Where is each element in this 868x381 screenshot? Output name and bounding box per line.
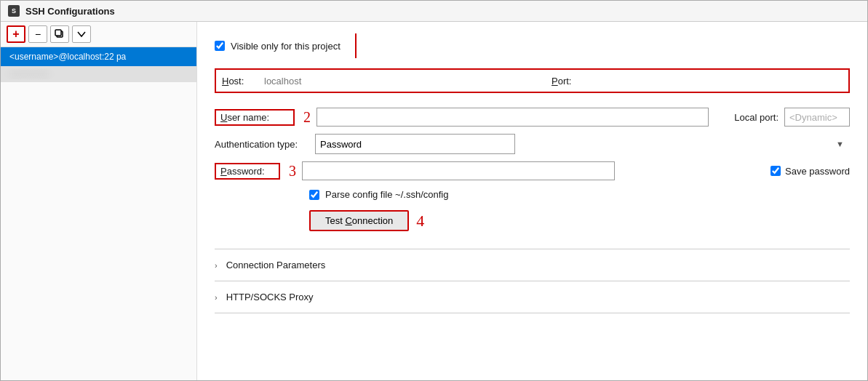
auth-type-label: Authentication type: (215, 139, 309, 150)
host-row-container: Host: Port: 22 (215, 68, 850, 100)
visible-only-checkbox[interactable] (215, 41, 225, 51)
save-password-group: Save password (771, 166, 850, 177)
port-label: Port: (535, 76, 572, 87)
connection-params-section[interactable]: › Connection Parameters (215, 254, 850, 276)
connection-params-label: Connection Parameters (226, 260, 326, 270)
annotation-4: 4 (416, 212, 424, 230)
sidebar-item-1[interactable]: ·················· (1, 66, 196, 82)
http-socks-chevron: › (215, 293, 218, 302)
annotation-2: 2 (303, 109, 311, 126)
parse-config-label: Parse config file ~/.ssh/config (325, 189, 448, 200)
annotation-vline-1 (355, 33, 357, 58)
sidebar-list: <username>@localhost:22 pa ·············… (1, 47, 196, 380)
port-input[interactable]: 22 (578, 73, 843, 89)
local-port-label: Local port: (720, 112, 779, 123)
password-row: Password: 3 Save password (215, 161, 850, 180)
visible-only-row: Visible only for this project (215, 33, 850, 58)
add-button[interactable]: + (7, 25, 25, 43)
separator-3 (215, 313, 850, 313)
host-row: Host: Port: 22 (215, 68, 850, 93)
http-socks-label: HTTP/SOCKS Proxy (226, 292, 314, 302)
window-title: SSH Configurations (25, 6, 115, 17)
auth-type-select[interactable]: Password Key pair OpenSSH config and aut… (315, 134, 515, 154)
username-row: User name: 2 Local port: <Dynamic> (215, 108, 850, 127)
auth-type-row: Authentication type: Password Key pair O… (215, 134, 850, 154)
copy-button[interactable] (50, 25, 69, 43)
main-content: + − <username>@localhost:22 pa ·········… (1, 22, 867, 380)
username-input[interactable] (316, 108, 709, 127)
title-bar: S SSH Configurations (1, 1, 867, 22)
sidebar: + − <username>@localhost:22 pa ·········… (1, 22, 197, 380)
parse-config-row: Parse config file ~/.ssh/config (309, 189, 850, 200)
test-connection-button[interactable]: Test Connection (309, 210, 409, 231)
connection-params-chevron: › (215, 261, 218, 270)
sidebar-item-0[interactable]: <username>@localhost:22 pa (1, 47, 196, 66)
separator-1 (215, 249, 850, 249)
right-panel: Visible only for this project Host: Port… (197, 22, 867, 380)
host-label: Host: (222, 76, 258, 87)
password-input[interactable] (302, 161, 615, 180)
sidebar-toolbar: + − (1, 22, 196, 47)
separator-2 (215, 281, 850, 281)
auth-type-select-wrapper: Password Key pair OpenSSH config and aut… (315, 134, 850, 154)
test-connection-row: Test Connection 4 (309, 210, 850, 231)
host-input[interactable] (264, 73, 530, 89)
auth-type-dropdown-arrow: ▼ (836, 140, 844, 148)
app-icon: S (8, 5, 20, 17)
ssh-configurations-window: S SSH Configurations + − (0, 0, 868, 381)
visible-only-label: Visible only for this project (231, 41, 341, 52)
username-label: User name: (215, 109, 295, 126)
password-label: Password: (215, 163, 280, 180)
save-password-checkbox[interactable] (771, 166, 781, 176)
parse-config-checkbox[interactable] (309, 190, 319, 200)
svg-rect-1 (55, 30, 61, 36)
remove-button[interactable]: − (28, 25, 47, 43)
settings-button[interactable] (72, 25, 91, 43)
http-socks-section[interactable]: › HTTP/SOCKS Proxy (215, 286, 850, 308)
save-password-label: Save password (785, 166, 850, 177)
local-port-value: <Dynamic> (784, 108, 850, 127)
annotation-3: 3 (289, 163, 296, 180)
